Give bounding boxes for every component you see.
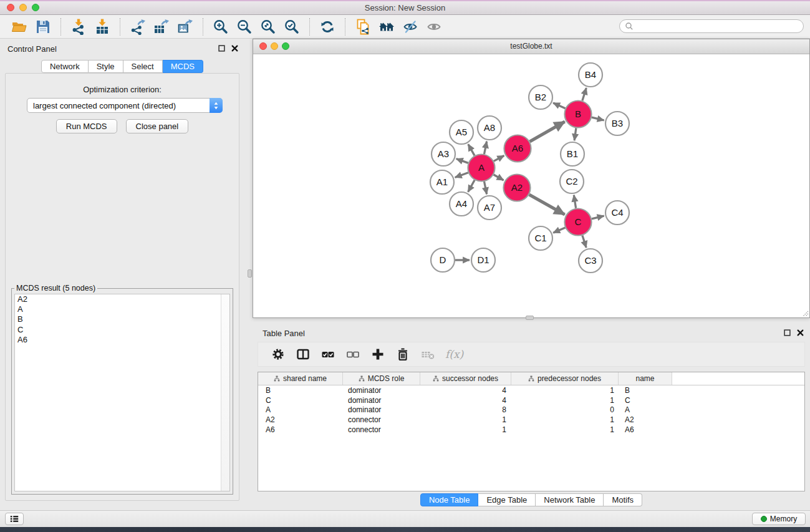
window-resize-grip[interactable] xyxy=(801,309,809,317)
column-header-MCDS-role[interactable]: MCDS role xyxy=(343,372,420,385)
column-header-shared-name[interactable]: shared name xyxy=(258,372,343,385)
search-box[interactable] xyxy=(619,19,804,33)
close-panel-button[interactable]: Close panel xyxy=(126,119,189,133)
table-row[interactable]: A6connector11A6 xyxy=(258,425,804,435)
edge-B-B4[interactable] xyxy=(582,88,587,101)
node-A[interactable]: A xyxy=(468,155,495,181)
node-C3[interactable]: C3 xyxy=(579,249,602,273)
edge-A-A3[interactable] xyxy=(456,159,468,163)
zoom-in-button[interactable] xyxy=(210,17,232,37)
tab-edge-table[interactable]: Edge Table xyxy=(478,493,536,506)
close-network-window-button[interactable] xyxy=(259,42,267,50)
table-cell[interactable]: 1 xyxy=(511,386,619,395)
table-cell[interactable]: 0 xyxy=(511,405,619,414)
node-B4[interactable]: B4 xyxy=(579,63,602,87)
table-cell[interactable]: dominator xyxy=(343,405,420,414)
table-cell[interactable]: 1 xyxy=(420,415,511,424)
zoom-selected-button[interactable] xyxy=(281,17,303,37)
delete-column-button[interactable] xyxy=(392,344,414,365)
node-B2[interactable]: B2 xyxy=(529,85,552,109)
table-row[interactable]: A2connector11A2 xyxy=(258,415,804,425)
panel-divider-grip[interactable] xyxy=(248,269,252,278)
mcds-result-item[interactable]: A xyxy=(15,304,229,314)
list-scrollbar[interactable] xyxy=(221,294,229,491)
edge-B-B1[interactable] xyxy=(574,128,576,140)
table-cell[interactable]: connector xyxy=(343,415,420,424)
node-B3[interactable]: B3 xyxy=(605,112,629,135)
column-header-name[interactable]: name xyxy=(619,372,672,385)
node-B[interactable]: B xyxy=(565,101,592,128)
mcds-result-list[interactable]: A2ABCA6 xyxy=(14,294,230,491)
node-C1[interactable]: C1 xyxy=(529,226,552,250)
node-A5[interactable]: A5 xyxy=(450,120,473,144)
table-cell[interactable]: 8 xyxy=(420,405,511,414)
clone-network-button[interactable] xyxy=(352,17,374,37)
node-A1[interactable]: A1 xyxy=(430,170,454,194)
table-cell[interactable]: C xyxy=(258,396,343,405)
tab-motifs[interactable]: Motifs xyxy=(604,493,642,506)
node-A2[interactable]: A2 xyxy=(504,175,531,201)
table-cell[interactable]: A2 xyxy=(619,415,672,424)
network-canvas[interactable]: AA1A3A4A5A7A8A6A2BB1B2B3B4CC1C2C3C4DD1 xyxy=(253,54,809,317)
table-cell[interactable]: 1 xyxy=(511,425,619,434)
edge-C-C1[interactable] xyxy=(553,228,565,233)
criterion-dropdown[interactable]: largest connected component (directed) xyxy=(27,98,223,113)
table-cell[interactable]: 1 xyxy=(511,415,619,424)
table-cell[interactable]: A xyxy=(258,405,343,414)
node-C2[interactable]: C2 xyxy=(560,170,584,193)
edge-A-A6[interactable] xyxy=(494,156,504,162)
tab-style[interactable]: Style xyxy=(89,60,123,73)
minimize-network-window-button[interactable] xyxy=(271,42,278,50)
table-cell[interactable]: A6 xyxy=(258,425,343,434)
show-details-button[interactable] xyxy=(423,17,445,37)
mcds-result-item[interactable]: B xyxy=(15,314,229,324)
table-cell[interactable]: dominator xyxy=(343,396,420,405)
edge-A2-C[interactable] xyxy=(529,195,565,215)
search-input[interactable] xyxy=(637,21,798,31)
mcds-result-item[interactable]: C xyxy=(15,325,229,335)
float-table-panel-icon[interactable] xyxy=(784,329,791,336)
table-cell[interactable]: A6 xyxy=(619,425,672,434)
tab-node-table[interactable]: Node Table xyxy=(420,493,479,506)
tab-network-table[interactable]: Network Table xyxy=(536,493,604,506)
edge-A-A8[interactable] xyxy=(485,142,487,154)
deselect-all-checkboxes-button[interactable] xyxy=(342,344,364,365)
close-table-panel-icon[interactable] xyxy=(797,329,804,336)
edge-C-C4[interactable] xyxy=(592,216,604,219)
zoom-out-button[interactable] xyxy=(233,17,256,37)
open-session-button[interactable] xyxy=(8,17,31,37)
export-network-button[interactable] xyxy=(127,17,149,37)
node-A4[interactable]: A4 xyxy=(450,192,473,216)
home-networks-button[interactable] xyxy=(375,17,398,37)
table-cell[interactable]: B xyxy=(258,386,343,395)
node-D1[interactable]: D1 xyxy=(471,248,495,272)
column-header-predecessor-nodes[interactable]: predecessor nodes xyxy=(511,372,619,385)
table-cell[interactable]: dominator xyxy=(343,386,420,395)
export-image-button[interactable] xyxy=(174,17,196,37)
task-history-button[interactable] xyxy=(5,513,24,525)
edge-A-A7[interactable] xyxy=(485,181,487,194)
table-cell[interactable]: A xyxy=(619,405,672,414)
tab-mcds[interactable]: MCDS xyxy=(163,60,203,73)
edge-B-B3[interactable] xyxy=(592,117,604,120)
import-table-button[interactable] xyxy=(91,17,113,37)
node-B1[interactable]: B1 xyxy=(561,142,584,166)
table-cell[interactable]: 1 xyxy=(511,396,619,405)
node-C4[interactable]: C4 xyxy=(605,201,629,225)
node-A3[interactable]: A3 xyxy=(432,142,455,166)
export-table-button[interactable] xyxy=(150,17,173,37)
tab-network[interactable]: Network xyxy=(41,60,89,73)
edge-A-A5[interactable] xyxy=(468,144,475,155)
column-header-successor-nodes[interactable]: successor nodes xyxy=(420,372,511,385)
refresh-view-button[interactable] xyxy=(316,17,339,37)
table-cell[interactable]: A2 xyxy=(258,415,343,424)
column-visibility-button[interactable] xyxy=(292,344,314,365)
table-panel-divider-grip[interactable] xyxy=(526,316,534,320)
zoom-fit-button[interactable] xyxy=(257,17,279,37)
node-D[interactable]: D xyxy=(431,248,455,272)
table-cell[interactable]: 4 xyxy=(420,396,511,405)
node-A7[interactable]: A7 xyxy=(478,196,501,220)
table-cell[interactable]: C xyxy=(619,396,672,405)
memory-status-button[interactable]: Memory xyxy=(752,513,806,525)
table-settings-gear-button[interactable] xyxy=(267,344,289,365)
